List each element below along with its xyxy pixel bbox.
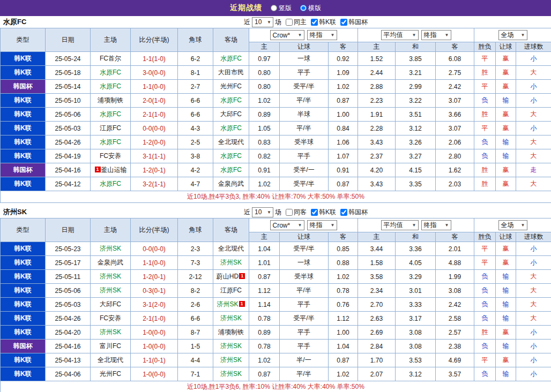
odds-home-cell: 0.78 [249,340,280,353]
team-link[interactable]: 水原FC [220,96,242,104]
avg-home-cell: 2.69 [358,326,396,340]
col-header-type: 类型 [1,28,46,52]
team-link[interactable]: 水原FC [100,138,121,146]
team-link[interactable]: 金泉尚武 [218,180,244,187]
odds-away-cell: 1.02 [329,367,358,381]
team-link[interactable]: 釜山运输 [101,166,127,174]
col-header-away: 客场 [213,28,249,52]
team-link[interactable]: 水原FC [100,180,121,187]
layout-horizontal-option[interactable]: 横版 [300,4,321,13]
handicap-result-cell: 输 [496,94,516,108]
same-venue-checkbox[interactable] [286,209,293,216]
korean-cup-checkbox[interactable] [340,209,347,216]
average-select[interactable]: 平均值 ▼ [381,220,419,230]
league-cell: 韩K联 [1,135,46,149]
team-link[interactable]: 济州SK [220,314,242,322]
score-cell: 2-1(1-0) [131,312,178,326]
team-link[interactable]: 光州FC [220,82,242,90]
kleague-checkbox[interactable] [311,19,318,26]
team-link[interactable]: 济州SK [220,370,242,378]
team-link[interactable]: 济州SK [100,245,121,252]
average-time-select[interactable]: 终指 ▼ [421,220,451,230]
korean-cup-checkbox[interactable] [340,19,347,26]
team-link[interactable]: 济州SK [100,287,121,294]
team-link[interactable]: 江原FC [100,124,121,132]
korean-cup-option[interactable]: 韩国杯 [338,18,368,27]
scope-select[interactable]: 全场 ▼ [498,220,527,230]
odds-away-cell: 0.76 [329,298,358,312]
team-link[interactable]: 水原FC [220,55,242,62]
team-link[interactable]: 光州FC [100,370,121,378]
odds-company-select[interactable]: Crow* ▼ [270,30,304,40]
team-link[interactable]: 水原FC [220,152,242,160]
team-link[interactable]: 济州SK [217,300,238,308]
team-link[interactable]: 济州SK [220,259,242,266]
horizontal-radio[interactable] [300,5,307,11]
handicap-cell: 平手 [280,149,329,163]
odds-home-cell: 0.87 [249,367,280,381]
team-link[interactable]: 水原FC [220,166,242,174]
date-cell: 25-04-12 [46,177,91,191]
goals-result-cell: 小 [516,52,551,66]
team-link[interactable]: 水原FC [100,82,121,90]
team-link[interactable]: 富川FC [100,342,121,350]
match-count-select[interactable]: 10 ▼ [252,207,273,217]
kleague-option[interactable]: 韩K联 [308,18,336,27]
average-time-select[interactable]: 终指 ▼ [421,30,451,40]
team-link[interactable]: FC首尔 [100,55,121,62]
result-cell: 胜 [474,108,496,122]
kleague-option[interactable]: 韩K联 [308,208,336,217]
europe-odds-selects: 平均值 ▼ 终指 ▼ [358,218,474,232]
team-link[interactable]: 江原FC [220,287,242,294]
team-link[interactable]: 济州SK [220,342,242,350]
goals-result-cell: 大 [516,135,551,149]
handicap-result-cell: 赢 [496,80,516,94]
scope-select[interactable]: 全场 ▼ [498,30,527,40]
away-team-cell: 全北现代 [213,242,249,256]
corner-cell: 2-12 [178,270,213,284]
team-link[interactable]: 全北现代 [98,356,123,364]
team-link[interactable]: 水原FC [100,69,121,76]
team-link[interactable]: 济州SK [100,328,121,336]
kleague-checkbox[interactable] [311,209,318,216]
team-link[interactable]: 大田市民 [218,69,244,76]
layout-vertical-option[interactable]: 竖版 [271,4,292,13]
team-link[interactable]: 济州SK [220,356,242,364]
team-link[interactable]: FC安养 [100,152,121,160]
match-count-select[interactable]: 10 ▼ [252,17,273,27]
same-venue-option[interactable]: 同主 [283,18,307,27]
team-link[interactable]: 金泉尚武 [98,259,123,266]
odds-company-select[interactable]: Crow* ▼ [270,220,304,230]
odds-time-select[interactable]: 终指 ▼ [307,220,337,230]
avg-draw-cell: 4.05 [396,256,436,270]
team-link[interactable]: 蔚山HD [217,273,239,280]
odds-away-cell: 0.87 [329,94,358,108]
odds-time-select[interactable]: 终指 ▼ [307,30,337,40]
same-venue-option[interactable]: 同客 [283,208,307,217]
team-link[interactable]: 济州SK [100,273,121,280]
vertical-radio[interactable] [271,5,277,11]
goals-result-cell: 小 [516,94,551,108]
avg-away-cell: 2.01 [436,242,474,256]
team-link[interactable]: 浦项制铁 [218,328,244,336]
date-cell: 25-04-19 [46,149,91,163]
average-time-value: 终指 [424,31,437,40]
avg-home-cell: 3.58 [358,270,396,284]
team-link[interactable]: 大邱FC [220,110,242,118]
korean-cup-option[interactable]: 韩国杯 [338,208,368,217]
team-link[interactable]: 水原FC [100,110,121,118]
home-team-cell: 水原FC [91,66,131,80]
team-link[interactable]: 浦项制铁 [98,96,123,104]
odds-away-cell: 1.02 [329,80,358,94]
team-link[interactable]: FC安养 [100,314,121,322]
team-link[interactable]: 水原FC [220,124,242,132]
away-team-cell: 水原FC [213,122,249,135]
avg-away-cell: 3.07 [436,122,474,135]
team-link[interactable]: 全北现代 [218,138,244,146]
match-count-value: 10 [255,208,262,216]
team-link[interactable]: 大邱FC [100,300,121,308]
team-link[interactable]: 全北现代 [218,245,244,252]
average-select[interactable]: 平均值 ▼ [381,30,419,40]
same-venue-checkbox[interactable] [286,19,293,26]
avg-away-cell: 2.06 [436,135,474,149]
